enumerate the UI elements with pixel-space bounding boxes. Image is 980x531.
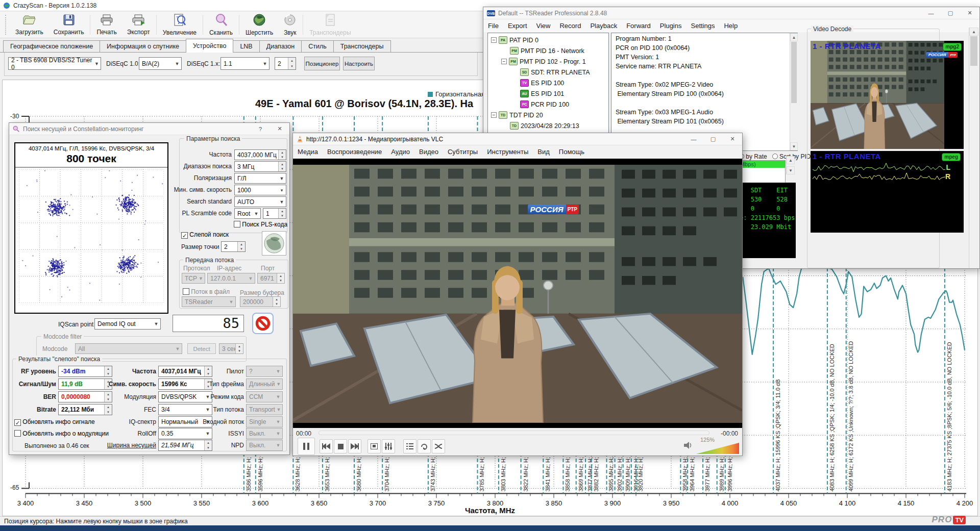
positioner-button[interactable]: Позиционер xyxy=(304,57,340,70)
tab-транспондеры[interactable]: Транспондеры xyxy=(333,40,391,53)
pls-search-checkbox[interactable]: Поиск PLS-кода xyxy=(234,221,287,228)
toolbar-zoom-page-button[interactable]: Увеличение xyxy=(158,12,202,38)
vlc-menu-воспроизведение[interactable]: Воспроизведение xyxy=(323,146,386,157)
loop-button[interactable] xyxy=(418,439,431,453)
tsreader-titlebar[interactable]: DVB Default -- TSReader Professional 2.8… xyxy=(483,7,979,19)
globe-button[interactable] xyxy=(262,231,286,256)
fullscreen-button[interactable] xyxy=(368,439,381,453)
dot-size-stepper[interactable]: 2▲▼ xyxy=(221,241,246,252)
dialog-titlebar[interactable]: Поиск несущей и Constellation-мониторинг… xyxy=(9,123,289,135)
tsreader-menu-playback[interactable]: Playback xyxy=(585,20,622,31)
pid-scrollbar[interactable]: ▲ ▼ xyxy=(786,156,795,174)
vlc-video-area[interactable]: РОССИЯРТР xyxy=(293,159,742,428)
param-select[interactable]: AUTO▼ xyxy=(234,196,286,207)
position-stepper[interactable]: 2▲▼ xyxy=(275,57,296,70)
checkbox[interactable] xyxy=(14,430,21,437)
toolbar-open-folder-button[interactable]: Загрузить xyxy=(10,12,48,38)
diseqc1x-select[interactable]: 1.1▼ xyxy=(220,57,270,70)
seek-slider[interactable] xyxy=(318,431,709,435)
tree-item[interactable]: AUES PID 101 xyxy=(488,88,608,99)
minimize-icon[interactable]: — xyxy=(921,7,941,19)
tsreader-menu-view[interactable]: View xyxy=(532,20,555,31)
collapse-icon[interactable]: − xyxy=(491,112,497,118)
tree-item[interactable]: TVES PID 100 xyxy=(488,78,608,88)
close-icon[interactable]: ✕ xyxy=(960,7,979,19)
maximize-icon[interactable]: ▢ xyxy=(703,133,723,145)
tsreader-menu-export[interactable]: Export xyxy=(503,20,532,31)
next-button[interactable] xyxy=(348,439,361,453)
close-icon[interactable]: ✕ xyxy=(723,133,742,145)
pause-button[interactable] xyxy=(298,438,315,455)
scroll-up-icon[interactable]: ▲ xyxy=(790,33,798,41)
pid-list[interactable]: Mbps) xyxy=(739,160,786,184)
stop-button[interactable] xyxy=(334,439,347,453)
tab-диапазон[interactable]: Диапазон xyxy=(259,40,302,53)
vlc-titlebar[interactable]: http://127.0.0.1:1234 - Медиапроигрывате… xyxy=(293,133,742,145)
tsreader-menu-file[interactable]: File xyxy=(483,20,503,31)
tsreader-menu-plugins[interactable]: Plugins xyxy=(655,20,687,31)
tab-стиль[interactable]: Стиль xyxy=(301,40,334,53)
vlc-menu-медиа[interactable]: Медиа xyxy=(293,146,323,157)
pl-scramble-stepper[interactable]: 1▲▼ xyxy=(263,208,286,219)
param-spin[interactable]: 3 МГц▲▼ xyxy=(234,161,286,172)
minimize-icon[interactable]: — xyxy=(684,133,703,145)
shuffle-button[interactable] xyxy=(432,439,445,453)
diseqc10-select[interactable]: B/A(2)▼ xyxy=(139,57,182,70)
param-spin[interactable]: 4037,000 МГц▲▼ xyxy=(234,149,286,160)
tree-item[interactable]: −TDTDT PID 20 xyxy=(488,110,608,120)
tab-lnb[interactable]: LNB xyxy=(233,40,259,53)
scroll-down-icon[interactable]: ▼ xyxy=(790,142,798,150)
tree-item[interactable]: PMPMT PID 16 - Network xyxy=(488,45,608,56)
param-select[interactable]: Г/Л▼ xyxy=(234,173,286,184)
info-scrollbar[interactable]: ▲ ▼ xyxy=(790,33,798,150)
decode-scrollbar[interactable]: ▲ xyxy=(969,28,978,268)
vlc-menu-помощь[interactable]: Помощь xyxy=(554,146,589,157)
tsreader-menu-record[interactable]: Record xyxy=(555,20,585,31)
audio-decode-thumbnail[interactable]: 1 - RTR PLANETA mpeg L R xyxy=(811,151,964,233)
vlc-menu-инструменты[interactable]: Инструменты xyxy=(482,146,533,157)
scroll-thumb[interactable] xyxy=(791,42,797,103)
tree-item[interactable]: PCPCR PID 100 xyxy=(488,99,608,110)
toolbar-globe-scan-button[interactable]: Шерстить xyxy=(240,12,278,38)
tuner-select[interactable]: 2 - TBS 6908 DVBS/S2 Tuner 0▼ xyxy=(8,57,101,70)
tree-item[interactable]: TD2023/04/28 20:29:13 xyxy=(488,120,608,131)
maximize-icon[interactable]: ▢ xyxy=(941,7,960,19)
toolbar-grip[interactable] xyxy=(5,15,7,35)
video-decode-thumbnail[interactable]: 1 - RTR PLANETA mpg2 РОССИЯРТР xyxy=(811,41,964,149)
param-combo[interactable]: 1000▾ xyxy=(234,185,286,195)
tree-item[interactable]: −PAPAT PID 0 xyxy=(488,35,608,45)
vlc-menu-субтитры[interactable]: Субтитры xyxy=(443,146,482,157)
help-icon[interactable]: ? xyxy=(251,123,270,135)
toolbar-scan-magnifier-button[interactable]: Сканить xyxy=(204,12,238,38)
toolbar-save-floppy-button[interactable]: Сохранить xyxy=(48,12,89,38)
toolbar-export-printer-button[interactable]: Экспорт xyxy=(122,12,155,38)
volume-slider[interactable] xyxy=(696,443,739,454)
collapse-icon[interactable]: − xyxy=(491,37,497,43)
blind-search-checkbox[interactable]: ✓ Слепой поиск xyxy=(181,231,229,239)
playlist-button[interactable] xyxy=(403,439,416,453)
tree-item[interactable]: SDSDT: RTR PLANETA xyxy=(488,67,608,78)
iqscan-select[interactable]: Demod IQ out▼ xyxy=(94,318,161,330)
spinner-buttons[interactable]: ▲▼ xyxy=(288,58,296,69)
stop-button[interactable] xyxy=(252,313,274,334)
vlc-menu-вид[interactable]: Вид xyxy=(533,146,554,157)
tsreader-menu-forward[interactable]: Forward xyxy=(622,20,655,31)
tsreader-menu-settings[interactable]: Settings xyxy=(686,20,719,31)
scroll-thumb[interactable] xyxy=(970,36,977,66)
close-icon[interactable]: ✕ xyxy=(270,123,289,135)
speaker-icon[interactable] xyxy=(684,441,692,449)
vlc-menu-видео[interactable]: Видео xyxy=(414,146,443,157)
equalizer-button[interactable] xyxy=(382,439,395,453)
configure-button[interactable]: Настроить xyxy=(343,57,375,70)
vlc-menu-аудио[interactable]: Аудио xyxy=(386,146,414,157)
tsreader-menu-help[interactable]: Help xyxy=(719,20,742,31)
sort-by-rate-radio[interactable]: by Rate xyxy=(739,153,767,160)
checkbox[interactable] xyxy=(234,221,240,227)
collapse-icon[interactable]: − xyxy=(501,59,507,64)
tab-информация-о-спутнике[interactable]: Информация о спутнике xyxy=(100,40,186,53)
scroll-up-icon[interactable]: ▲ xyxy=(787,156,795,164)
tree-item[interactable]: −PMPMT PID 102 - Progr. 1 xyxy=(488,56,608,67)
previous-button[interactable] xyxy=(320,439,333,453)
tab-географическое-положение[interactable]: Географическое положение xyxy=(3,40,100,53)
toolbar-sound-disc-button[interactable]: Звук xyxy=(278,12,302,38)
